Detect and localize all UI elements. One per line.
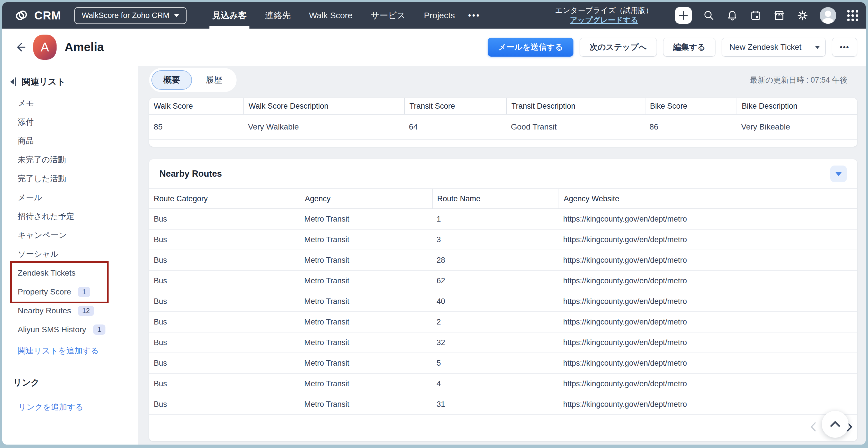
nearby-routes-card: Nearby Routes Route Category Agency Rout… bbox=[149, 159, 857, 441]
calendar-icon[interactable] bbox=[749, 9, 762, 22]
sidebar-item-social[interactable]: ソーシャル bbox=[2, 245, 138, 264]
collapse-sidebar-icon[interactable] bbox=[10, 78, 16, 86]
table-row[interactable]: BusMetro Transit31https://kingcounty.gov… bbox=[149, 394, 857, 415]
more-actions-button[interactable]: ••• bbox=[832, 38, 857, 57]
sidebar-item-zendesk-tickets[interactable]: Zendesk Tickets bbox=[2, 264, 138, 282]
settings-gear-icon[interactable] bbox=[796, 9, 809, 22]
table-row[interactable]: 85 Very Walkable 64 Good Transit 86 Very… bbox=[149, 115, 857, 140]
route-name-cell: 31 bbox=[432, 394, 559, 414]
route-name-cell: 5 bbox=[432, 353, 559, 373]
sidebar-item-campaigns[interactable]: キャンペーン bbox=[2, 226, 138, 245]
agency-cell: Metro Transit bbox=[300, 394, 432, 414]
column-header: Walk Score bbox=[149, 98, 243, 114]
route-name-cell: 4 bbox=[432, 374, 559, 394]
module-tab-projects[interactable]: Projects bbox=[415, 2, 464, 29]
route-name-cell: 28 bbox=[432, 250, 559, 270]
table-row[interactable]: BusMetro Transit3https://kingcounty.gov/… bbox=[149, 230, 857, 250]
table-row[interactable]: BusMetro Transit62https://kingcounty.gov… bbox=[149, 271, 857, 291]
chevron-down-icon bbox=[835, 172, 842, 176]
column-header: Walk Score Description bbox=[243, 98, 404, 114]
previous-page-icon[interactable] bbox=[808, 421, 819, 432]
tab-timeline[interactable]: 履歴 bbox=[194, 70, 234, 90]
agency-website-cell: https://kingcounty.gov/en/dept/metro bbox=[559, 353, 857, 373]
tab-overview[interactable]: 概要 bbox=[151, 70, 192, 90]
table-row[interactable]: BusMetro Transit1https://kingcounty.gov/… bbox=[149, 209, 857, 230]
user-avatar[interactable] bbox=[820, 7, 836, 24]
column-header: Bike Description bbox=[737, 98, 857, 114]
sidebar-item-nearby-routes[interactable]: Nearby Routes 12 bbox=[2, 301, 138, 320]
plan-info: エンタープライズ（試用版） アップグレードする bbox=[555, 6, 653, 25]
count-badge: 1 bbox=[93, 325, 105, 335]
module-tabs: 見込み客 連絡先 Walk Score サービス Projects ••• bbox=[203, 2, 485, 29]
table-row[interactable]: BusMetro Transit2https://kingcounty.gov/… bbox=[149, 312, 857, 332]
route-category-cell: Bus bbox=[149, 394, 300, 414]
agency-cell: Metro Transit bbox=[300, 271, 432, 291]
agency-website-cell: https://kingcounty.gov/en/dept/metro bbox=[559, 209, 857, 229]
agency-website-cell: https://kingcounty.gov/en/dept/metro bbox=[559, 332, 857, 353]
send-mail-button[interactable]: メールを送信する bbox=[488, 38, 573, 57]
app-grid-icon[interactable] bbox=[847, 10, 858, 21]
section-title: Nearby Routes bbox=[159, 169, 222, 179]
agency-website-cell: https://kingcounty.gov/en/dept/metro bbox=[559, 230, 857, 249]
app-picker-dropdown[interactable]: WalkScore for Zoho CRM bbox=[74, 7, 187, 24]
next-step-button[interactable]: 次のステップへ bbox=[580, 38, 657, 57]
record-header: A Amelia メールを送信する 次のステップへ 編集する New Zende… bbox=[2, 29, 866, 66]
search-icon[interactable] bbox=[703, 9, 715, 22]
add-related-list-link[interactable]: 関連リストを追加する bbox=[2, 346, 138, 356]
sidebar-item-notes[interactable]: メモ bbox=[2, 94, 138, 113]
agency-cell: Metro Transit bbox=[300, 250, 432, 270]
route-name-cell: 40 bbox=[432, 291, 559, 311]
app-picker-label: WalkScore for Zoho CRM bbox=[82, 11, 169, 20]
upgrade-link[interactable]: アップグレードする bbox=[570, 16, 638, 25]
sidebar-item-products[interactable]: 商品 bbox=[2, 131, 138, 150]
sidebar-item-closed-activities[interactable]: 完了した活動 bbox=[2, 169, 138, 188]
route-name-cell: 2 bbox=[432, 312, 559, 332]
sidebar-item-property-score[interactable]: Property Score 1 bbox=[2, 282, 138, 301]
walkscore-table-header: Walk Score Walk Score Description Transi… bbox=[149, 98, 857, 115]
module-tab-walkscore[interactable]: Walk Score bbox=[300, 2, 362, 29]
agency-website-cell: https://kingcounty.gov/en/dept/metro bbox=[559, 271, 857, 291]
add-link-link[interactable]: リンクを追加する bbox=[2, 402, 138, 413]
agency-website-cell: https://kingcounty.gov/en/dept/metro bbox=[559, 312, 857, 332]
nearby-routes-header: Nearby Routes bbox=[149, 159, 857, 189]
route-category-cell: Bus bbox=[149, 291, 300, 311]
walk-score-description: Very Walkable bbox=[243, 115, 404, 139]
agency-website-cell: https://kingcounty.gov/en/dept/metro bbox=[559, 250, 857, 270]
table-row[interactable]: BusMetro Transit5https://kingcounty.gov/… bbox=[149, 353, 857, 374]
sidebar-item-attachments[interactable]: 添付 bbox=[2, 113, 138, 131]
agency-cell: Metro Transit bbox=[300, 353, 432, 373]
sidebar-title: 関連リスト bbox=[22, 76, 65, 88]
zoho-logo-icon bbox=[14, 8, 29, 23]
sidebar-item-invited-meetings[interactable]: 招待された予定 bbox=[2, 207, 138, 226]
edit-button[interactable]: 編集する bbox=[663, 38, 715, 57]
count-badge: 12 bbox=[78, 306, 94, 316]
chevron-down-icon bbox=[815, 46, 820, 49]
new-zendesk-ticket-button[interactable]: New Zendesk Ticket bbox=[722, 38, 826, 57]
module-tab-leads[interactable]: 見込み客 bbox=[203, 2, 256, 29]
chevron-up-icon bbox=[828, 417, 842, 431]
column-header: Route Name bbox=[432, 189, 559, 208]
module-more-button[interactable]: ••• bbox=[464, 2, 485, 29]
table-row[interactable]: BusMetro Transit4https://kingcounty.gov/… bbox=[149, 374, 857, 394]
table-row[interactable]: BusMetro Transit32https://kingcounty.gov… bbox=[149, 332, 857, 353]
nearby-routes-dropdown-button[interactable] bbox=[830, 166, 847, 182]
table-row[interactable]: BusMetro Transit28https://kingcounty.gov… bbox=[149, 250, 857, 271]
notifications-bell-icon[interactable] bbox=[726, 9, 739, 22]
agency-cell: Metro Transit bbox=[300, 312, 432, 332]
zoho-crm-logo[interactable]: CRM bbox=[14, 8, 61, 23]
sidebar-item-aliyun-sms-history[interactable]: Aliyun SMS History 1 bbox=[2, 320, 138, 339]
module-tab-services[interactable]: サービス bbox=[362, 2, 415, 29]
module-tab-contacts[interactable]: 連絡先 bbox=[256, 2, 300, 29]
quick-create-button[interactable] bbox=[675, 7, 692, 24]
back-arrow-icon[interactable] bbox=[13, 40, 28, 55]
scroll-to-top-button[interactable] bbox=[822, 411, 848, 438]
marketplace-icon[interactable] bbox=[773, 9, 785, 22]
table-row[interactable]: BusMetro Transit40https://kingcounty.gov… bbox=[149, 291, 857, 312]
top-navigation-bar: CRM WalkScore for Zoho CRM 見込み客 連絡先 Walk… bbox=[2, 2, 866, 29]
zendesk-dropdown-toggle[interactable] bbox=[809, 38, 826, 56]
transit-score-value: 64 bbox=[404, 115, 506, 139]
sidebar-item-emails[interactable]: メール bbox=[2, 188, 138, 207]
route-name-cell: 3 bbox=[432, 230, 559, 249]
links-section-title: リンク bbox=[2, 377, 138, 389]
sidebar-item-open-activities[interactable]: 未完了の活動 bbox=[2, 150, 138, 169]
